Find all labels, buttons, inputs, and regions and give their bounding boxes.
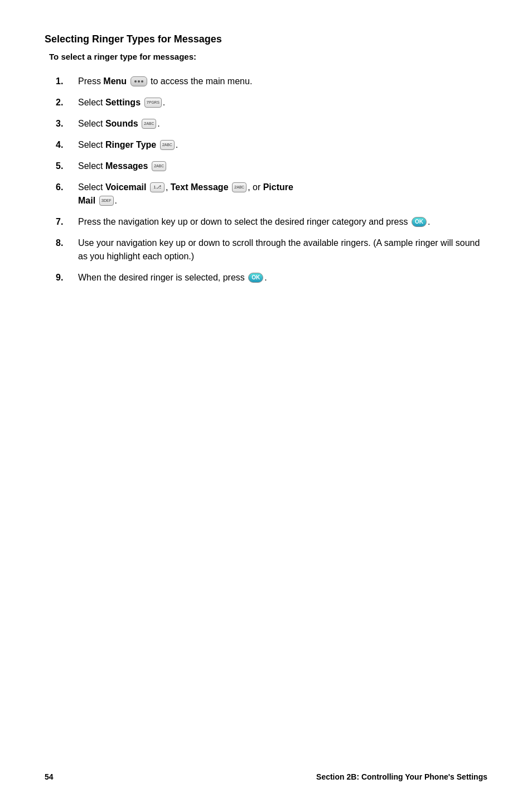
step-text-9: When the desired ringer is selected, pre… — [78, 271, 487, 284]
step1-bold-menu: Menu — [103, 76, 127, 86]
page-footer: 54 Section 2B: Controlling Your Phone's … — [0, 772, 532, 781]
step-number-4: 4. — [56, 138, 74, 152]
step-3: 3. Select Sounds 2ABC. — [56, 117, 487, 130]
step-6: 6. Select Voicemail 1⎇, Text Message 2AB… — [56, 181, 487, 207]
page-content: Selecting Ringer Types for Messages To s… — [0, 0, 532, 337]
step6-bold-picture-mail: Picture — [263, 182, 293, 192]
step-text-7: Press the navigation key up or down to s… — [78, 215, 487, 229]
step-1: 1. Press Menu to access the main menu. — [56, 75, 487, 88]
step-text-3: Select Sounds 2ABC. — [78, 117, 487, 130]
step-4: 4. Select Ringer Type 2ABC. — [56, 138, 487, 152]
step-number-8: 8. — [56, 236, 74, 250]
step-text-2: Select Settings 7PGRS. — [78, 96, 487, 109]
step-number-9: 9. — [56, 271, 74, 284]
step4-bold-ringer-type: Ringer Type — [105, 140, 156, 149]
step-number-2: 2. — [56, 96, 74, 109]
menu-key-icon — [130, 76, 147, 86]
step-number-7: 7. — [56, 215, 74, 229]
ok-key-icon-7: OK — [412, 217, 427, 227]
step-number-5: 5. — [56, 159, 74, 173]
section-title: Selecting Ringer Types for Messages — [45, 33, 487, 45]
ok-key-icon-9: OK — [248, 273, 263, 283]
voicemail-key-icon: 1⎇ — [150, 182, 165, 192]
step-2: 2. Select Settings 7PGRS. — [56, 96, 487, 109]
step-text-1: Press Menu to access the main menu. — [78, 75, 487, 88]
messages-key-icon: 2ABC — [152, 161, 166, 171]
step-5: 5. Select Messages 2ABC — [56, 159, 487, 173]
ringer-type-key-icon: 2ABC — [160, 140, 175, 150]
text-message-key-icon: 2ABC — [232, 182, 246, 192]
dots-icon — [134, 80, 143, 83]
step-text-5: Select Messages 2ABC — [78, 159, 487, 173]
step-9: 9. When the desired ringer is selected, … — [56, 271, 487, 284]
step-number-6: 6. — [56, 181, 74, 194]
step-text-4: Select Ringer Type 2ABC. — [78, 138, 487, 152]
steps-list: 1. Press Menu to access the main menu. 2… — [56, 75, 487, 284]
step6-bold-voicemail: Voicemail — [105, 182, 147, 192]
step6-bold-text-message: Text Message — [171, 182, 229, 192]
step-number-1: 1. — [56, 75, 74, 88]
sounds-key-icon: 2ABC — [142, 119, 156, 129]
step-number-3: 3. — [56, 117, 74, 130]
step-7: 7. Press the navigation key up or down t… — [56, 215, 487, 229]
step-text-8: Use your navigation key up or down to sc… — [78, 236, 487, 263]
step5-bold-messages: Messages — [105, 161, 148, 171]
footer-section-label: Section 2B: Controlling Your Phone's Set… — [316, 772, 487, 781]
settings-key-icon: 7PGRS — [144, 98, 162, 108]
footer-page-number: 54 — [45, 772, 54, 781]
step3-bold-sounds: Sounds — [105, 119, 138, 128]
picture-mail-key-icon: 3DEF — [99, 196, 114, 206]
step2-bold-settings: Settings — [105, 98, 141, 107]
step6-bold-picture-mail2: Mail — [78, 196, 95, 205]
step-text-6: Select Voicemail 1⎇, Text Message 2ABC, … — [78, 181, 487, 207]
subtitle: To select a ringer type for messages: — [49, 52, 487, 61]
step-8: 8. Use your navigation key up or down to… — [56, 236, 487, 263]
